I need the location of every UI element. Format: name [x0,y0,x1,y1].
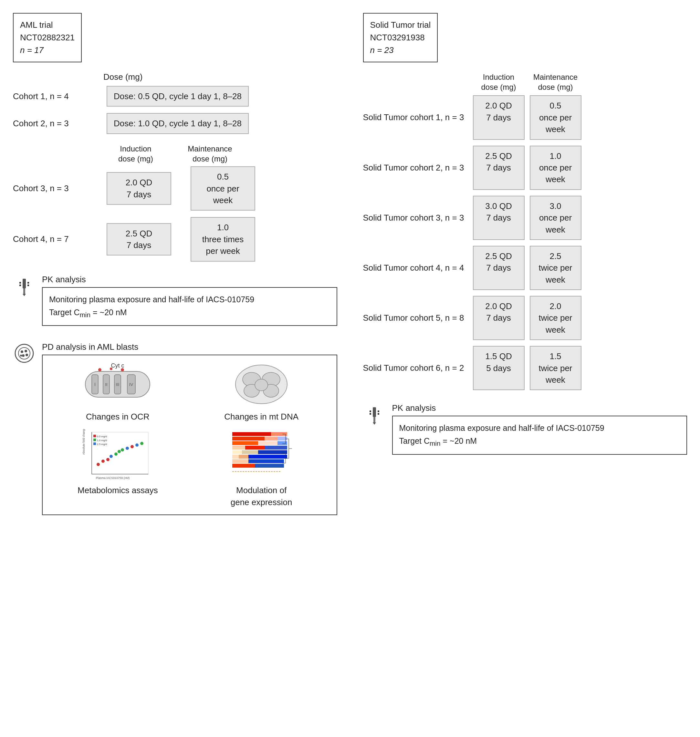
svg-point-38 [97,463,100,466]
cohort-dose-2: Dose: 1.0 QD, cycle 1 day 1, 8–28 [107,113,249,134]
svg-rect-61 [258,441,278,445]
ind-header-left: Inductiondose (mg) [103,144,168,164]
svg-rect-92 [369,413,371,415]
svg-rect-63 [232,446,245,449]
left-pd-content: PD analysis in AML blasts Cyt c [42,342,337,515]
right-pk-box: Monitoring plasma exposure and half-life… [392,415,687,454]
cohort-maint-box-1: 0.5once perweek [191,166,255,211]
right-pk-line2: Target Cmin = ~20 nM [399,435,680,449]
pd-ocr: Cyt c I II III [49,362,187,423]
svg-point-48 [140,442,143,445]
svg-text:III: III [116,382,119,387]
svg-point-8 [18,348,30,359]
right-maint-box-6: 1.5twice perweek [530,346,581,390]
svg-text:I: I [94,382,96,387]
right-cohort-label-6: Solid Tumor cohort 6, n = 2 [363,363,466,373]
svg-point-11 [22,354,25,357]
right-maint-box-2: 1.0once perweek [530,146,581,190]
left-flask-icon [13,342,35,369]
cohort-dose-1: Dose: 0.5 QD, cycle 1 day 1, 8–28 [107,86,249,107]
cohort-ind-maint-label-2: Cohort 4, n = 7 [13,234,97,244]
left-simple-cohorts: Cohort 1, n = 4 Dose: 0.5 QD, cycle 1 da… [13,86,337,134]
svg-text:Plasma IACS010759 (nM): Plasma IACS010759 (nM) [96,476,130,480]
right-maint-box-4: 2.5twice perweek [530,246,581,290]
svg-text:Absolute fold change (log): Absolute fold change (log) [82,429,85,455]
svg-text:0.5 mg/d: 0.5 mg/d [97,435,107,438]
solid-tumor-n: n = 23 [370,44,431,57]
right-cohort-6: Solid Tumor cohort 6, n = 2 1.5 QD5 days… [363,346,687,390]
svg-point-47 [135,443,138,447]
right-syringe-icon [363,405,386,432]
right-cohort-label-1: Solid Tumor cohort 1, n = 3 [363,112,466,122]
left-pd-box: Cyt c I II III [42,355,337,515]
right-maint-box-5: 2.0twice perweek [530,296,581,340]
cohort-label-1: Cohort 1, n = 4 [13,91,97,101]
aml-trial-n: n = 17 [20,44,75,57]
svg-marker-89 [373,423,376,425]
right-maint-header: Maintenancedose (mg) [530,72,581,92]
right-ind-box-5: 2.0 QD7 days [473,296,525,340]
right-cohort-label-3: Solid Tumor cohort 3, n = 3 [363,213,466,223]
ind-maint-headers-left: Inductiondose (mg) Maintenancedose (mg) [103,144,337,164]
solid-tumor-line2: NCT03291938 [370,31,431,44]
svg-rect-53 [93,442,96,445]
aml-trial-line1: AML trial [20,19,75,31]
svg-rect-69 [232,455,239,459]
heatmap-visual [193,429,330,480]
right-maint-box-1: 0.5once perweek [530,95,581,139]
solid-tumor-line1: Solid Tumor trial [370,19,431,31]
svg-point-10 [25,350,27,352]
pd-mtdna: Changes in mt DNA [193,362,330,423]
svg-point-40 [106,458,109,461]
svg-text:2.5 mg/d: 2.5 mg/d [97,443,107,446]
right-cohort-3: Solid Tumor cohort 3, n = 3 3.0 QD7 days… [363,196,687,240]
right-column: Solid Tumor trial NCT03291938 n = 23 Ind… [363,13,687,515]
svg-rect-72 [232,459,249,463]
left-syringe-icon [13,276,35,303]
gene-expression-caption: Modulation ofgene expression [231,484,292,508]
aml-trial-box: AML trial NCT02882321 n = 17 [13,13,82,62]
right-cohort-label-5: Solid Tumor cohort 5, n = 8 [363,313,466,323]
left-ind-maint-cohorts: Cohort 3, n = 3 2.0 QD7 days 0.5once per… [13,166,337,261]
right-cohort-4: Solid Tumor cohort 4, n = 4 2.5 QD7 days… [363,246,687,290]
right-maint-box-3: 3.0once perweek [530,196,581,240]
svg-rect-64 [245,446,265,449]
right-ind-maint-headers: Inductiondose (mg) Maintenancedose (mg) [473,72,687,92]
svg-point-45 [126,447,129,450]
pd-gene-expression: Modulation ofgene expression [193,429,330,508]
left-pk-box: Monitoring plasma exposure and half-life… [42,287,337,326]
svg-rect-66 [232,450,242,454]
svg-rect-67 [242,450,258,454]
right-ind-box-6: 1.5 QD5 days [473,346,525,390]
pd-metabolomics: Absolute fold change (log) Plasma IACS01… [49,429,187,508]
right-pk-label: PK analysis [392,403,687,413]
svg-rect-70 [239,455,249,459]
left-pd-label: PD analysis in AML blasts [42,342,337,352]
svg-point-43 [118,450,121,453]
metabolomics-visual: Absolute fold change (log) Plasma IACS01… [49,429,187,480]
right-ind-box-4: 2.5 QD7 days [473,246,525,290]
left-pd-section: PD analysis in AML blasts Cyt c [13,342,337,515]
svg-rect-55 [232,432,271,436]
pd-grid: Cyt c I II III [49,362,330,508]
right-cohort-1: Solid Tumor cohort 1, n = 3 2.0 QD7 days… [363,95,687,139]
right-cohort-5: Solid Tumor cohort 5, n = 8 2.0 QD7 days… [363,296,687,340]
svg-rect-71 [249,455,287,459]
svg-rect-0 [23,279,26,288]
right-ind-box-2: 2.5 QD7 days [473,146,525,190]
svg-rect-51 [93,439,96,441]
right-ind-box-1: 2.0 QD7 days [473,95,525,139]
left-pk-label: PK analysis [42,275,337,285]
left-column: AML trial NCT02882321 n = 17 Dose (mg) C… [13,13,337,515]
cohort-ind-box-2: 2.5 QD7 days [107,223,171,256]
right-ind-header: Inductiondose (mg) [473,72,525,92]
svg-rect-90 [369,411,371,412]
svg-marker-2 [23,294,26,296]
svg-point-25 [110,367,112,370]
svg-rect-4 [28,282,29,283]
cohort-label-2: Cohort 2, n = 3 [13,119,97,129]
left-pk-line1: Monitoring plasma exposure and half-life… [49,293,330,306]
aml-trial-line2: NCT02882321 [20,31,75,44]
left-pk-line2: Target Cmin = ~20 nM [49,306,330,320]
svg-point-42 [114,452,118,456]
